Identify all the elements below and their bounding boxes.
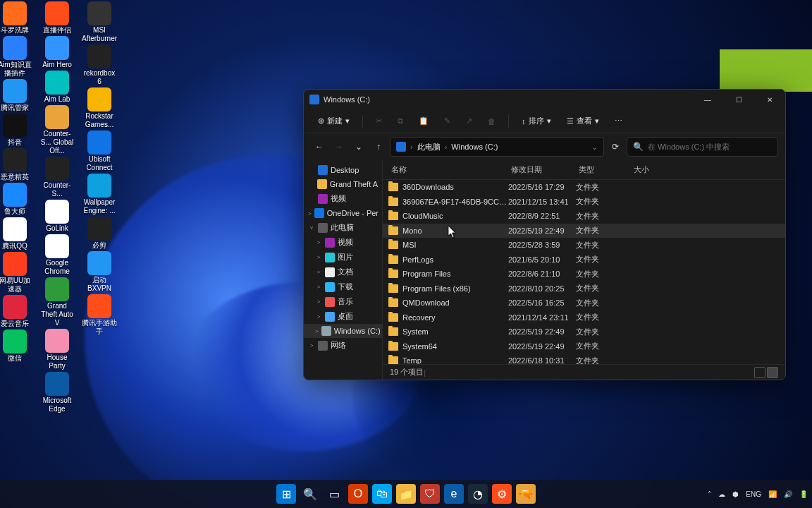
forward-button[interactable]: →: [331, 138, 347, 155]
refresh-button[interactable]: ⟳: [607, 138, 624, 155]
col-size[interactable]: 大小: [631, 163, 663, 176]
back-button[interactable]: ←: [311, 138, 328, 155]
taskbar-steam[interactable]: ◔: [468, 484, 488, 504]
desktop-shortcut[interactable]: 抖音: [0, 114, 32, 147]
file-row[interactable]: 360Downloads2022/5/16 17:29文件夹: [383, 180, 785, 195]
search-box[interactable]: 🔍: [627, 137, 778, 157]
taskbar-cs[interactable]: 🔫: [516, 484, 536, 504]
desktop-shortcut[interactable]: Counter-S...: [39, 157, 75, 198]
chevron-up-icon[interactable]: ˄: [708, 490, 711, 498]
up-button[interactable]: ↑: [370, 138, 387, 155]
file-row[interactable]: 369067EA-9F17-46DB-9CC3-DD7493...2021/12…: [383, 195, 785, 210]
desktop-shortcut[interactable]: 直播伴侣: [39, 1, 75, 35]
file-row[interactable]: Program Files2022/8/6 21:10文件夹: [383, 267, 785, 282]
desktop-shortcut[interactable]: 微信: [0, 329, 32, 363]
taskbar-start[interactable]: ⊞: [276, 484, 296, 504]
taskbar-edge[interactable]: e: [444, 484, 464, 504]
desktop-shortcut[interactable]: 腾讯管家: [0, 79, 32, 112]
wifi-icon[interactable]: 📶: [768, 490, 777, 498]
taskbar-taskview[interactable]: ▭: [324, 484, 344, 504]
recent-button[interactable]: ⌄: [350, 138, 367, 155]
sort-button[interactable]: ↕ 排序 ▾: [517, 113, 555, 129]
desktop-shortcut[interactable]: Wallpaper Engine: ...: [82, 174, 117, 215]
desktop-shortcut[interactable]: Rockstar Games...: [82, 87, 117, 129]
desktop-shortcut[interactable]: 恶意精英: [0, 148, 32, 181]
battery-icon[interactable]: 🔋: [799, 490, 808, 498]
security-icon[interactable]: ⬢: [732, 490, 739, 498]
file-row[interactable]: PerfLogs2021/6/5 20:10文件夹: [383, 253, 785, 267]
col-type[interactable]: 类型: [576, 163, 631, 176]
volume-icon[interactable]: 🔊: [784, 490, 792, 498]
file-row[interactable]: CloudMusic2022/8/9 22:51文件夹: [383, 209, 785, 224]
desktop-shortcut[interactable]: Microsoft Edge: [39, 372, 75, 413]
desktop-shortcut[interactable]: Aim Lab: [39, 71, 75, 104]
view-button[interactable]: ☰ 查看 ▾: [562, 113, 603, 129]
sidebar-item[interactable]: >图片: [304, 250, 382, 265]
sidebar-item[interactable]: >音乐: [304, 294, 382, 309]
desktop-shortcut[interactable]: 网易UU加速器: [0, 252, 32, 294]
desktop-shortcut[interactable]: Ubisoft Connect: [82, 131, 117, 172]
copy-button[interactable]: ⧉: [393, 114, 407, 128]
desktop-shortcut[interactable]: Aim知识直播插件: [0, 36, 32, 78]
desktop-shortcut[interactable]: House Party: [39, 329, 75, 370]
desktop-shortcut[interactable]: 腾讯QQ: [0, 217, 32, 250]
desktop-shortcut[interactable]: Google Chrome: [39, 234, 75, 276]
file-row[interactable]: Temp2022/6/18 10:31文件夹: [383, 353, 785, 364]
details-view-button[interactable]: [754, 367, 765, 378]
sidebar-item[interactable]: >OneDrive - Per: [304, 206, 382, 220]
cut-button[interactable]: ✂: [371, 114, 386, 128]
language-indicator[interactable]: ENG: [746, 490, 761, 498]
desktop-shortcut[interactable]: 启动BXVPN: [82, 251, 117, 293]
desktop-shortcut[interactable]: 腾讯手游助手: [82, 294, 117, 336]
file-row[interactable]: Program Files (x86)2022/8/10 20:25文件夹: [383, 282, 785, 296]
more-button[interactable]: ⋯: [610, 114, 627, 128]
paste-button[interactable]: 📋: [414, 114, 433, 128]
close-button[interactable]: ✕: [754, 90, 785, 109]
sidebar-item[interactable]: >下载: [304, 279, 382, 294]
taskbar-explorer[interactable]: 📁: [396, 484, 416, 504]
file-row[interactable]: Mono2022/5/19 22:49文件夹: [383, 224, 785, 238]
sidebar-item[interactable]: >视频: [304, 235, 382, 250]
new-button[interactable]: ⊕ 新建 ▾: [314, 113, 354, 129]
maximize-button[interactable]: ☐: [723, 90, 754, 109]
file-row[interactable]: QMDownload2022/5/16 16:25文件夹: [383, 296, 785, 310]
breadcrumb-item[interactable]: Windows (C:): [451, 143, 498, 151]
sidebar-item[interactable]: >桌面: [304, 309, 382, 324]
sidebar-item[interactable]: 视频: [304, 191, 382, 206]
delete-button[interactable]: 🗑: [484, 114, 500, 128]
taskbar-search[interactable]: 🔍: [300, 484, 320, 504]
col-name[interactable]: 名称: [388, 163, 508, 176]
taskbar-store[interactable]: 🛍: [372, 484, 392, 504]
col-date[interactable]: 修改日期: [508, 163, 576, 176]
file-row[interactable]: System642022/5/19 22:49文件夹: [383, 339, 785, 354]
desktop-shortcut[interactable]: GoLink: [39, 200, 75, 233]
rename-button[interactable]: ✎: [440, 114, 455, 128]
sidebar-item[interactable]: >文档: [304, 265, 382, 279]
taskbar-security[interactable]: 🛡: [420, 484, 440, 504]
desktop-shortcut[interactable]: Counter-S... Global Off...: [39, 105, 75, 155]
desktop-shortcut[interactable]: 爱云音乐: [0, 295, 32, 328]
file-row[interactable]: MSI2022/5/28 3:59文件夹: [383, 238, 785, 253]
column-headers[interactable]: 名称 修改日期 类型 大小: [383, 160, 785, 180]
sidebar-item[interactable]: Grand Theft A: [304, 177, 382, 191]
sidebar-item[interactable]: >Windows (C:): [304, 324, 382, 338]
desktop-shortcut[interactable]: MSI Afterburner: [82, 1, 117, 43]
desktop-shortcut[interactable]: 斗罗洗牌: [0, 1, 32, 35]
chevron-down-icon[interactable]: ⌄: [591, 143, 598, 152]
system-tray[interactable]: ˄ ☁ ⬢ ENG 📶 🔊 🔋: [708, 490, 808, 498]
breadcrumb-item[interactable]: 此电脑: [417, 142, 441, 152]
desktop-shortcut[interactable]: 鲁大师: [0, 183, 32, 216]
onedrive-icon[interactable]: ☁: [718, 490, 725, 498]
desktop-shortcut[interactable]: Grand Theft Auto V: [39, 277, 75, 327]
desktop-shortcut[interactable]: rekordbox 6: [82, 44, 117, 86]
sidebar-item[interactable]: v此电脑: [304, 220, 382, 235]
sidebar-item[interactable]: Desktop: [304, 163, 382, 177]
tiles-view-button[interactable]: [767, 367, 778, 378]
titlebar[interactable]: Windows (C:) — ☐ ✕: [304, 90, 785, 109]
file-row[interactable]: Recovery2021/12/14 23:11文件夹: [383, 310, 785, 325]
taskbar-settings[interactable]: ⚙: [492, 484, 512, 504]
minimize-button[interactable]: —: [692, 90, 723, 109]
sidebar-item[interactable]: >网络: [304, 338, 382, 353]
desktop-shortcut[interactable]: 必剪: [82, 217, 117, 250]
taskbar-office[interactable]: O: [348, 484, 368, 504]
